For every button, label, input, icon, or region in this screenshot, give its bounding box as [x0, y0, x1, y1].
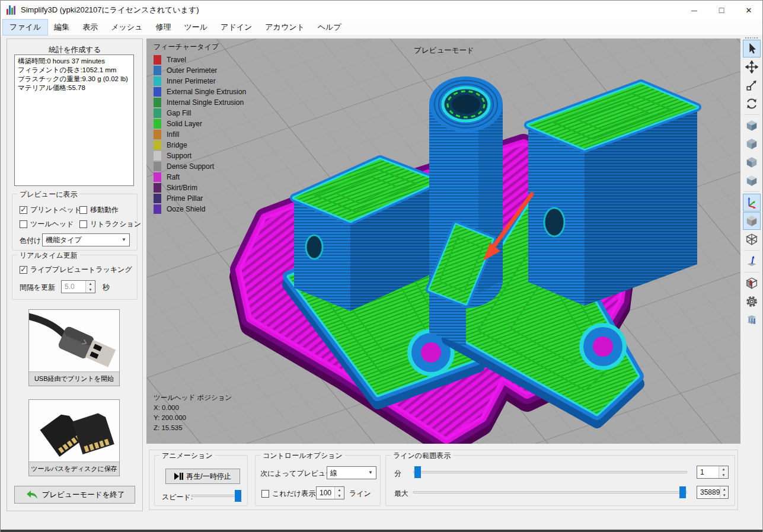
checkbox-show-only[interactable]: [261, 490, 269, 498]
menu-mesh[interactable]: メッシュ: [104, 20, 149, 35]
checkbox-live-preview-tracking-label: ライブプレビュートラッキング: [30, 265, 132, 275]
checkbox-retraction-label: リトラクション: [90, 219, 141, 229]
lines-count-spinner[interactable]: 100 ▲▼: [316, 486, 344, 499]
window-title: Simplify3D (ypki202107にライセンスされています): [21, 5, 199, 15]
legend-swatch: [154, 87, 161, 97]
view-iso-icon[interactable]: [743, 117, 761, 134]
menu-addins[interactable]: アドイン: [214, 20, 258, 35]
range-max-label: 最大: [394, 489, 408, 499]
menu-bar: ファイル 編集 表示 メッシュ 修理 ツール アドイン アカウント ヘルプ: [1, 20, 762, 35]
stat-filament-length: フィラメントの長さ:1052.1 mm: [18, 66, 130, 75]
support-structures-icon[interactable]: [743, 311, 761, 329]
spinner-arrows-icon[interactable]: ▲▼: [334, 487, 344, 499]
menu-account[interactable]: アカウント: [258, 20, 311, 35]
scale-tool-icon[interactable]: [743, 76, 761, 94]
stat-build-time: 構築時間:0 hours 37 minutes: [18, 57, 130, 66]
menu-help[interactable]: ヘルプ: [311, 20, 348, 35]
legend-item: Dense Support: [154, 161, 246, 172]
save-toolpaths-button[interactable]: ツールパスをディスクに保存: [28, 399, 120, 476]
pan-tool-icon[interactable]: [743, 58, 761, 76]
coordinate-axes-icon[interactable]: [743, 194, 761, 211]
line-range-group: ラインの範囲表示 分 1 ▲▼ 最大 35889 ▲▼: [385, 455, 735, 506]
range-max-slider[interactable]: [413, 486, 687, 498]
range-min-slider[interactable]: [413, 466, 687, 478]
speed-label: スピード:: [162, 492, 193, 502]
maximize-icon[interactable]: [708, 1, 735, 20]
spinner-arrows-icon[interactable]: ▲▼: [85, 281, 95, 293]
range-min-value: 1: [697, 468, 719, 476]
exit-preview-label: プレビューモードを終了: [42, 490, 125, 500]
legend-swatch: [154, 76, 161, 86]
legend-item: Skirt/Brim: [154, 182, 246, 193]
legend-swatch: [154, 130, 161, 139]
right-block-side-hole: [544, 208, 564, 236]
range-max-spinner[interactable]: 35889 ▲▼: [697, 486, 729, 499]
menu-edit[interactable]: 編集: [47, 20, 76, 35]
machine-settings-gear-icon[interactable]: [743, 293, 761, 310]
stat-material-cost: マテリアル価格:55.78: [18, 84, 130, 92]
surface-normal-icon[interactable]: [743, 252, 761, 270]
legend-swatch: [154, 194, 161, 203]
menu-repair[interactable]: 修理: [149, 20, 177, 35]
legend-swatch: [154, 162, 161, 171]
view-top-icon[interactable]: [743, 172, 761, 190]
close-icon[interactable]: [735, 1, 762, 20]
wireframe-view-icon[interactable]: [743, 230, 761, 248]
stat-plastic-weight: プラスチックの重量:9.30 g (0.02 lb): [18, 75, 130, 84]
legend-swatch: [154, 204, 161, 214]
legend-item: Solid Layer: [154, 118, 246, 129]
legend-swatch: [154, 108, 161, 118]
spinner-arrows-icon[interactable]: ▲▼: [719, 466, 728, 478]
preview-viewport[interactable]: プレビューモード フィーチャータイプ Travel Outer Perimete…: [146, 39, 742, 444]
menu-view[interactable]: 表示: [76, 20, 104, 35]
legend-swatch: [154, 172, 161, 182]
select-tool-icon[interactable]: [743, 40, 761, 57]
speed-slider-handle[interactable]: [235, 490, 241, 502]
speed-slider[interactable]: [191, 490, 241, 502]
solid-view-icon[interactable]: [743, 212, 761, 230]
coloring-select[interactable]: 機能タイプ: [42, 233, 130, 246]
rotate-tool-icon[interactable]: [743, 95, 761, 113]
print-over-usb-label: USB経由でプリントを開始: [29, 371, 119, 386]
menu-tools[interactable]: ツール: [177, 20, 214, 35]
realtime-updates-title: リアルタイム更新: [17, 251, 80, 261]
range-max-handle[interactable]: [679, 486, 686, 498]
menu-file[interactable]: ファイル: [3, 20, 47, 35]
realtime-updates-group: リアルタイム更新 ライブプレビュートラッキング 間隔を更新 5.0 ▲▼ 秒: [12, 255, 138, 300]
animation-group: アニメーション 再生/一時停止 スピード:: [154, 455, 248, 506]
view-side-icon[interactable]: [743, 153, 761, 171]
legend-item: Infill: [154, 129, 246, 140]
right-block: [528, 84, 697, 306]
build-statistics: 構築時間:0 hours 37 minutes フィラメントの長さ:1052.1…: [14, 55, 134, 186]
range-min-handle[interactable]: [414, 466, 421, 478]
line-range-title: ラインの範囲表示: [391, 451, 453, 461]
view-front-icon[interactable]: [743, 135, 761, 153]
legend-title: フィーチャータイプ: [154, 42, 246, 52]
play-pause-button[interactable]: 再生/一時停止: [165, 469, 240, 484]
range-max-value: 35889: [697, 488, 720, 496]
minimize-icon[interactable]: [681, 1, 708, 20]
checkbox-toolhead[interactable]: [20, 220, 27, 228]
cross-section-icon[interactable]: [743, 274, 761, 292]
legend-swatch: [154, 119, 161, 129]
play-pause-label: 再生/一時停止: [186, 472, 231, 482]
exit-preview-button[interactable]: プレビューモードを終了: [14, 486, 135, 504]
print-over-usb-button[interactable]: USB経由でプリントを開始: [28, 309, 120, 386]
checkbox-live-preview-tracking[interactable]: [20, 266, 27, 274]
checkbox-print-bed[interactable]: [20, 206, 27, 214]
update-interval-spinner[interactable]: 5.0 ▲▼: [61, 280, 95, 293]
preview-display-title: プレビューに表示: [17, 190, 79, 200]
range-min-spinner[interactable]: 1 ▲▼: [697, 466, 729, 479]
checkbox-retraction[interactable]: [79, 220, 87, 228]
checkbox-print-bed-label: プリントベッド: [30, 205, 81, 215]
legend-swatch: [154, 183, 161, 193]
left-block-side-hole: [306, 235, 323, 259]
legend-swatch: [154, 55, 161, 65]
stats-title: 統計を作成する: [7, 45, 142, 55]
toolbar-grip[interactable]: [746, 37, 758, 39]
legend-item: Inner Perimeter: [154, 76, 246, 86]
legend-item: Outer Perimeter: [154, 65, 246, 76]
preview-by-select[interactable]: 線: [327, 466, 376, 479]
checkbox-travel-moves[interactable]: [79, 206, 87, 214]
spinner-arrows-icon[interactable]: ▲▼: [720, 486, 728, 498]
